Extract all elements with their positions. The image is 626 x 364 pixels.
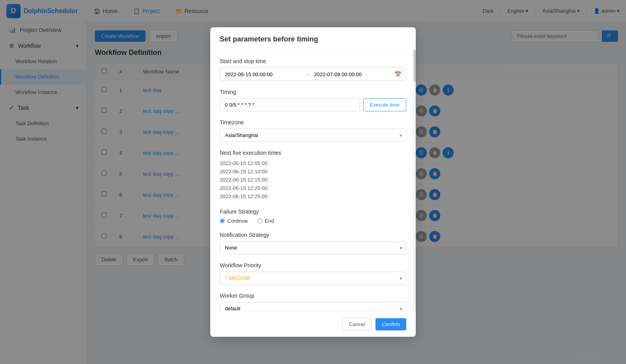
continue-label: Continue: [227, 218, 248, 224]
exec-time-item: 2022-06-15 12:05:00: [220, 159, 406, 167]
modal: Set parameters before timing Start and s…: [210, 27, 416, 337]
worker-group-select[interactable]: default: [220, 302, 406, 311]
notification-strategy-label: Notification Strategy: [220, 232, 406, 238]
workflow-priority-label: Workflow Priority: [220, 262, 406, 268]
worker-group-label: Worker Group: [220, 293, 406, 299]
time-arrow-icon: →: [305, 71, 311, 77]
notification-strategy-section: Notification Strategy None Success Failu…: [220, 232, 406, 254]
modal-body: Start and stop time → 📅 Timing Execute t…: [210, 50, 416, 311]
modal-header: Set parameters before timing: [210, 27, 416, 50]
modal-scrollbar-track[interactable]: [413, 50, 416, 311]
notification-select[interactable]: None Success Failure All: [220, 241, 406, 254]
exec-time-item: 2022-06-15 12:20:00: [220, 184, 406, 192]
watermark: CSDN @勇敢羊羊在飞弃: [575, 355, 623, 361]
continue-radio[interactable]: [220, 218, 225, 223]
start-stop-time-section: Start and stop time → 📅: [220, 58, 406, 81]
worker-group-select-wrap: default ▾: [220, 302, 406, 311]
timezone-select-wrap: Asia/Shanghai ▾: [220, 129, 406, 142]
notification-select-wrap: None Success Failure All ▾: [220, 241, 406, 254]
modal-scrollbar-thumb[interactable]: [413, 50, 416, 82]
modal-overlay[interactable]: Set parameters before timing Start and s…: [0, 0, 626, 364]
timing-section: Timing Execute time: [220, 89, 406, 111]
end-time-input[interactable]: [314, 71, 392, 77]
priority-select-wrap: ↑ MEDIUM ↑↑ HIGH LOW ▾: [220, 272, 406, 285]
modal-footer: Cancel Confirm: [210, 311, 416, 337]
calendar-icon[interactable]: 📅: [394, 71, 401, 77]
timing-input[interactable]: [220, 98, 360, 111]
start-stop-time-label: Start and stop time: [220, 58, 406, 64]
confirm-button[interactable]: Confirm: [375, 318, 406, 330]
timezone-label: Timezone: [220, 119, 406, 126]
modal-title: Set parameters before timing: [220, 35, 406, 43]
worker-group-section: Worker Group default ▾: [220, 293, 406, 311]
exec-time-item: 2022-06-15 12:25:00: [220, 192, 406, 201]
end-radio-item[interactable]: End: [257, 218, 274, 224]
start-time-input[interactable]: [225, 71, 302, 77]
end-radio[interactable]: [257, 218, 262, 223]
workflow-priority-section: Workflow Priority ↑ MEDIUM ↑↑ HIGH LOW ▾: [220, 262, 406, 285]
exec-time-item: 2022-06-15 12:15:00: [220, 176, 406, 184]
end-label: End: [265, 218, 274, 224]
timezone-select[interactable]: Asia/Shanghai: [220, 129, 406, 142]
execute-time-button[interactable]: Execute time: [363, 98, 406, 111]
cancel-button[interactable]: Cancel: [342, 318, 371, 330]
next-five-section: Next five execution times 2022-06-15 12:…: [220, 150, 406, 201]
timing-row: Execute time: [220, 98, 406, 111]
exec-time-item: 2022-06-15 12:10:00: [220, 167, 406, 176]
exec-times-list: 2022-06-15 12:05:002022-06-15 12:10:0020…: [220, 159, 406, 201]
continue-radio-item[interactable]: Continue: [220, 218, 248, 224]
time-range-input[interactable]: → 📅: [220, 68, 406, 81]
timing-label: Timing: [220, 89, 406, 95]
failure-strategy-label: Failure Strategy: [220, 208, 406, 215]
next-five-label: Next five execution times: [220, 150, 406, 156]
timezone-section: Timezone Asia/Shanghai ▾: [220, 119, 406, 142]
failure-strategy-section: Failure Strategy Continue End: [220, 208, 406, 224]
priority-select[interactable]: ↑ MEDIUM ↑↑ HIGH LOW: [220, 272, 406, 285]
failure-strategy-options: Continue End: [220, 218, 406, 224]
